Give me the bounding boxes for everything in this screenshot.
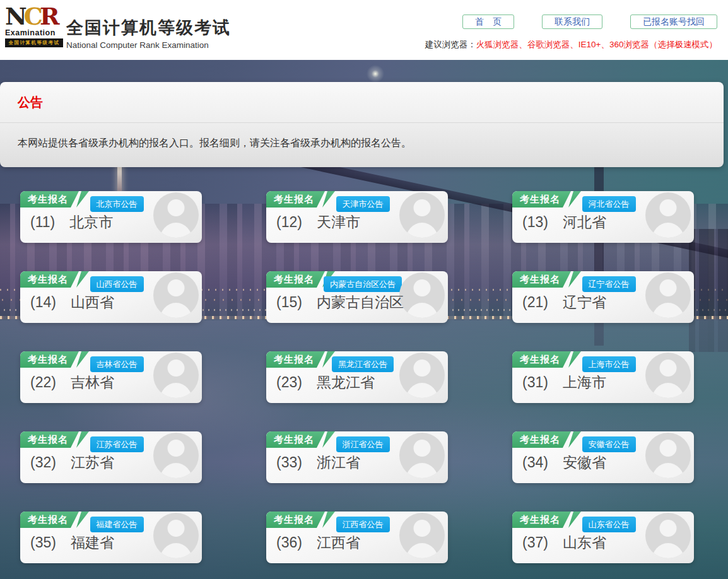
badge-zone: 黑龙江省公告 xyxy=(324,356,401,372)
province-card-13[interactable]: 考生报名 河北省公告 (13) 河北省 xyxy=(512,191,694,243)
avatar-head xyxy=(660,199,677,216)
province-card-title: (23) 黑龙江省 xyxy=(276,373,375,392)
avatar-head xyxy=(414,440,431,457)
browser-recommendation-prefix: 建议浏览器： xyxy=(425,40,476,49)
ribbon-label: 考生报名 xyxy=(266,431,325,448)
announcement-panel: 公告 本网站提供各省级承办机构的报名入口。报名细则，请关注各省级承办机构的报名公… xyxy=(0,82,724,167)
avatar-placeholder-icon xyxy=(153,513,199,558)
avatar-head xyxy=(660,279,677,296)
logo-letter-n: N xyxy=(5,2,24,30)
badge-zone: 北京市公告 xyxy=(78,196,155,212)
province-announcement-badge[interactable]: 安徽省公告 xyxy=(582,436,636,452)
badge-zone: 上海市公告 xyxy=(570,356,647,372)
province-card-title: (14) 山西省 xyxy=(30,293,114,312)
avatar-shoulders xyxy=(406,463,438,478)
province-announcement-badge[interactable]: 山东省公告 xyxy=(582,517,636,532)
avatar-placeholder-icon xyxy=(645,272,691,318)
province-card-15[interactable]: 考生报名 内蒙古自治区公告 (15) 内蒙古自治区 xyxy=(266,271,448,323)
avatar-head xyxy=(414,199,431,216)
province-card-32[interactable]: 考生报名 江苏省公告 (32) 江苏省 xyxy=(20,431,202,483)
avatar-head xyxy=(168,279,185,296)
badge-zone: 吉林省公告 xyxy=(78,356,155,372)
province-card-37[interactable]: 考生报名 山东省公告 (37) 山东省 xyxy=(512,512,694,563)
province-card-22[interactable]: 考生报名 吉林省公告 (22) 吉林省 xyxy=(20,351,202,403)
avatar-placeholder-icon xyxy=(399,272,445,318)
avatar-placeholder-icon xyxy=(399,353,445,398)
avatar-placeholder-icon xyxy=(399,192,445,238)
avatar-shoulders xyxy=(652,223,684,238)
badge-zone: 福建省公告 xyxy=(78,517,155,532)
badge-zone: 河北省公告 xyxy=(570,196,647,212)
province-announcement-badge[interactable]: 江苏省公告 xyxy=(90,436,144,452)
ribbon-label: 考生报名 xyxy=(512,271,571,288)
province-card-35[interactable]: 考生报名 福建省公告 (35) 福建省 xyxy=(20,512,202,563)
province-card-31[interactable]: 考生报名 上海市公告 (31) 上海市 xyxy=(512,351,694,403)
province-announcement-badge[interactable]: 黑龙江省公告 xyxy=(332,356,394,372)
avatar-shoulders xyxy=(160,543,192,558)
avatar-shoulders xyxy=(406,223,438,238)
province-announcement-badge[interactable]: 北京市公告 xyxy=(90,196,144,212)
badge-zone: 山西省公告 xyxy=(78,276,155,292)
logo-examination-text: Examination xyxy=(5,28,63,37)
ribbon-label: 考生报名 xyxy=(266,271,325,288)
ribbon-label: 考生报名 xyxy=(20,431,79,448)
province-card-36[interactable]: 考生报名 江西省公告 (36) 江西省 xyxy=(266,512,448,563)
avatar-shoulders xyxy=(160,383,192,398)
ribbon-label: 考生报名 xyxy=(512,191,571,208)
site-subtitle: National Computer Rank Examination xyxy=(66,40,231,50)
badge-zone: 辽宁省公告 xyxy=(570,276,647,292)
badge-zone: 江西省公告 xyxy=(324,517,401,532)
province-card-title: (12) 天津市 xyxy=(276,213,360,232)
site-title: 全国计算机等级考试 xyxy=(66,16,231,39)
province-card-14[interactable]: 考生报名 山西省公告 (14) 山西省 xyxy=(20,271,202,323)
ribbon-label: 考生报名 xyxy=(20,512,79,528)
province-card-title: (13) 河北省 xyxy=(522,213,606,232)
avatar-placeholder-icon xyxy=(153,353,199,398)
province-announcement-badge[interactable]: 福建省公告 xyxy=(90,517,144,532)
province-announcement-badge[interactable]: 江西省公告 xyxy=(336,517,390,532)
ribbon-label: 考生报名 xyxy=(512,512,571,528)
province-announcement-badge[interactable]: 内蒙古自治区公告 xyxy=(324,276,402,292)
province-card-12[interactable]: 考生报名 天津市公告 (12) 天津市 xyxy=(266,191,448,243)
avatar-head xyxy=(168,520,185,537)
province-card-title: (31) 上海市 xyxy=(522,373,606,392)
avatar-placeholder-icon xyxy=(399,513,445,558)
avatar-placeholder-icon xyxy=(153,272,199,318)
badge-zone: 内蒙古自治区公告 xyxy=(324,276,401,292)
province-card-21[interactable]: 考生报名 辽宁省公告 (21) 辽宁省 xyxy=(512,271,694,323)
avatar-shoulders xyxy=(160,223,192,238)
site-titles: 全国计算机等级考试 National Computer Rank Examina… xyxy=(66,16,231,50)
province-announcement-badge[interactable]: 天津市公告 xyxy=(336,196,390,212)
province-announcement-badge[interactable]: 山西省公告 xyxy=(90,276,144,292)
nav-home-button[interactable]: 首 页 xyxy=(462,15,514,29)
avatar-shoulders xyxy=(160,463,192,478)
province-card-11[interactable]: 考生报名 北京市公告 (11) 北京市 xyxy=(20,191,202,243)
ribbon-label: 考生报名 xyxy=(266,512,325,528)
province-announcement-badge[interactable]: 河北省公告 xyxy=(582,196,636,212)
main-nav: 首 页 联系我们 已报名账号找回 xyxy=(462,15,717,29)
province-grid: 考生报名 北京市公告 (11) 北京市 考生报名 天津市公告 xyxy=(20,191,694,563)
ribbon-label: 考生报名 xyxy=(20,271,79,288)
badge-zone: 山东省公告 xyxy=(570,517,647,532)
avatar-head xyxy=(414,520,431,537)
province-card-title: (11) 北京市 xyxy=(30,213,113,232)
province-card-title: (35) 福建省 xyxy=(30,533,114,553)
province-announcement-badge[interactable]: 吉林省公告 xyxy=(90,356,144,372)
province-announcement-badge[interactable]: 辽宁省公告 xyxy=(582,276,636,292)
province-card-34[interactable]: 考生报名 安徽省公告 (34) 安徽省 xyxy=(512,431,694,483)
avatar-head xyxy=(660,360,677,377)
province-card-title: (34) 安徽省 xyxy=(522,453,606,472)
province-card-33[interactable]: 考生报名 浙江省公告 (33) 浙江省 xyxy=(266,431,448,483)
province-announcement-badge[interactable]: 浙江省公告 xyxy=(336,436,390,452)
page: NCR Examination 全国计算机等级考试 全国计算机等级考试 Nati… xyxy=(0,0,728,579)
ribbon-label: 考生报名 xyxy=(20,351,79,368)
avatar-placeholder-icon xyxy=(153,433,199,478)
province-card-23[interactable]: 考生报名 黑龙江省公告 (23) 黑龙江省 xyxy=(266,351,448,403)
avatar-placeholder-icon xyxy=(645,433,691,478)
province-card-title: (37) 山东省 xyxy=(522,533,606,553)
province-announcement-badge[interactable]: 上海市公告 xyxy=(582,356,636,372)
nav-account-recovery-button[interactable]: 已报名账号找回 xyxy=(630,15,717,29)
avatar-shoulders xyxy=(406,303,438,318)
nav-contact-button[interactable]: 联系我们 xyxy=(542,15,602,29)
ribbon-label: 考生报名 xyxy=(266,351,325,368)
